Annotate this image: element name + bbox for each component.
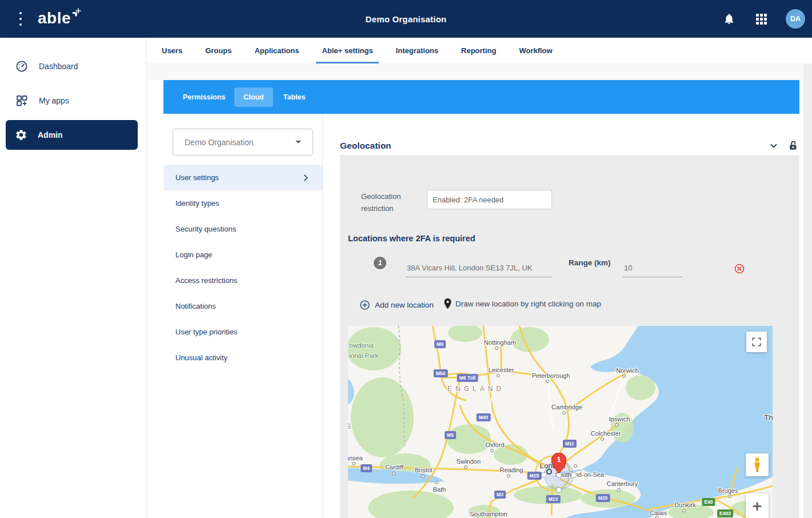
org-tabs: Users Groups Applications Able+ settings… [147,38,812,64]
map-city-label: Colchester [591,430,621,437]
map-region-label: S [348,423,354,431]
map-city-label: Cardiff [385,464,403,471]
map-city-label: Canterbury [607,480,638,487]
map-city-dot [435,481,438,484]
sidebar-item-label: My apps [39,96,69,105]
settings-nav-notifications[interactable]: Notifications [163,293,322,319]
location-range-input[interactable] [623,259,683,277]
map-fullscreen-button[interactable] [746,332,767,352]
map-city-dot [728,495,731,498]
geolocation-header: Geolocation [340,136,799,155]
settings-nav-user-settings[interactable]: User settings [163,165,322,190]
settings-nav-panel: Demo Organisation User settings Identity… [163,114,323,518]
settings-nav-unusual-activity[interactable]: Unusual activity [163,345,322,370]
radius-handle-west[interactable] [541,472,547,478]
map-city-dot [497,374,500,377]
map-city-label: Cambridge [551,404,582,411]
map-road-badge: M40 [477,413,491,421]
kebab-menu-icon[interactable] [17,12,24,26]
settings-nav-label: Unusual activity [175,353,227,362]
settings-nav-user-type-priorities[interactable]: User type priorities [163,319,322,345]
map-city-label: Bath [433,486,446,493]
settings-nav-label: User settings [175,173,219,182]
restriction-input[interactable] [427,190,552,209]
sidebar-item-my-apps[interactable]: My apps [0,83,146,118]
map-zoom-in-button[interactable]: + [746,493,769,518]
page-scrollbar[interactable] [803,64,812,518]
dashboard-gauge-icon [15,59,29,73]
map-canvas[interactable]: NottinghamLeicesterPeterboroughNorwichCa… [348,326,773,518]
tab-workflow[interactable]: Workflow [513,38,558,63]
chevron-right-icon [301,173,310,182]
map-city-dot [615,423,618,427]
sidebar-item-admin[interactable]: Admin [6,120,138,150]
map-city-label: Peterborough [532,372,570,379]
settings-nav-label: Login page [175,250,212,259]
tab-applications[interactable]: Applications [249,38,305,63]
settings-nav-security-questions[interactable]: Security questions [163,216,322,242]
user-avatar[interactable]: DA [786,9,805,29]
unlock-icon[interactable] [787,140,799,152]
map-city-dot [622,374,626,378]
subtab-cloud[interactable]: Cloud [234,87,273,107]
map-road-badge: M11 [563,440,577,448]
map-region-label: ENGLAND [447,385,505,393]
locations-section-title: Locations where 2FA is required [348,234,475,243]
page-title: Demo Organisation [0,14,812,24]
app-logo: able [38,7,85,30]
settings-nav-identity-types[interactable]: Identity types [163,190,322,216]
tab-groups[interactable]: Groups [199,38,237,63]
location-marker-label: 1 [551,456,566,464]
map-road-badge: M3 [494,491,506,499]
map-road-badge: M23 [546,495,561,503]
apps-grid-icon[interactable] [754,11,769,26]
settings-nav-label: Identity types [175,199,219,208]
map-city-label: Calais [650,509,667,516]
range-label: Range (km) [569,258,611,267]
settings-nav-access-restrictions[interactable]: Access restrictions [163,268,322,293]
map-city-dot [392,472,395,475]
tab-integrations[interactable]: Integrations [390,38,444,63]
map-city-label: Norwich [616,367,639,374]
subtab-permissions[interactable]: Permissions [183,87,225,107]
settings-nav-label: Access restrictions [175,276,237,285]
map-city-dot [617,488,621,492]
radius-handle-east[interactable] [571,472,577,478]
map-city-label: Leicester [489,366,514,373]
map-city-dot [574,464,577,468]
map-city-dot [601,437,604,441]
map-road-badge: M6 [434,340,446,348]
app-root: able Demo Organisation DA Dashboard [0,0,812,518]
settings-nav-label: User type priorities [175,328,237,336]
fullscreen-icon [751,336,762,348]
map-city-dot [490,449,494,452]
map-city-dot [682,509,686,512]
map-city-label: Dunkirk [674,501,695,508]
draw-location-label: Draw new location by right clicking on m… [455,300,601,308]
subtab-tables[interactable]: Tables [283,87,306,107]
app-header: able Demo Organisation DA [0,0,812,38]
tab-users[interactable]: Users [156,38,188,63]
location-address-input[interactable] [406,259,552,277]
map-city-dot [352,462,355,465]
collapse-chevron-icon[interactable] [767,140,780,152]
delete-location-button[interactable] [734,263,745,274]
geolocation-title: Geolocation [340,141,391,151]
add-location-button[interactable]: Add new location [359,300,434,310]
location-marker[interactable]: 1 [551,453,566,473]
settings-nav-login-page[interactable]: Login page [163,242,322,268]
tab-able-settings[interactable]: Able+ settings [316,38,378,63]
sidebar-item-dashboard[interactable]: Dashboard [0,49,146,83]
map-road-badge: M6 Toll [457,374,478,382]
map-pegman-button[interactable] [746,453,769,476]
tab-reporting[interactable]: Reporting [455,38,502,63]
map-city-dot [546,380,549,383]
map-city-dot [464,465,467,469]
gear-icon [15,129,27,141]
settings-subtab-bar: Permissions Cloud Tables [163,80,799,114]
organisation-selector[interactable]: Demo Organisation [173,129,313,156]
map-city-label: Th [764,413,773,422]
map-city-label: Reading [500,467,523,473]
radius-handle-south[interactable] [556,487,562,493]
notifications-bell-icon[interactable] [722,11,737,26]
